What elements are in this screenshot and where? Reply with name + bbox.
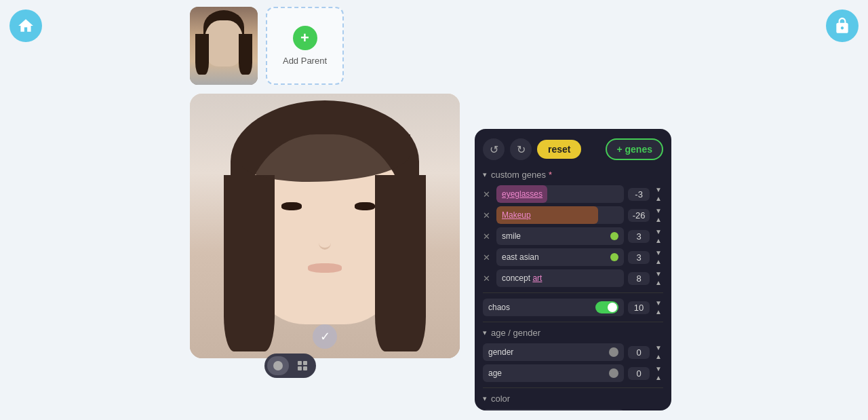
- color-header: ▾ color: [483, 394, 663, 404]
- east-asian-up-button[interactable]: ▲: [654, 258, 663, 266]
- chaos-bar[interactable]: chaos: [483, 299, 624, 316]
- concept-art-bar[interactable]: concept art: [496, 269, 624, 287]
- concept-art-arrows: ▼ ▲: [654, 270, 663, 287]
- gender-slider-dot: [609, 347, 618, 357]
- smile-label: smile: [502, 231, 521, 241]
- eyeglasses-up-button[interactable]: ▲: [654, 195, 663, 203]
- age-gender-label: age / gender: [491, 328, 540, 338]
- reset-button[interactable]: reset: [537, 140, 581, 159]
- checkmark-symbol: ✓: [320, 329, 330, 344]
- remove-makeup-button[interactable]: ✕: [483, 210, 492, 221]
- parent-area: + Add Parent: [190, 7, 344, 85]
- chaos-toggle[interactable]: [595, 301, 618, 313]
- concept-art-label: concept art: [502, 273, 542, 283]
- redo-button[interactable]: ↻: [510, 138, 532, 160]
- concept-art-up-button[interactable]: ▲: [654, 279, 663, 287]
- plus-symbol: +: [300, 29, 309, 47]
- age-label: age: [488, 368, 502, 378]
- gender-down-button[interactable]: ▼: [654, 344, 663, 352]
- age-gender-header: ▾ age / gender: [483, 328, 663, 338]
- single-view-button[interactable]: [267, 356, 289, 375]
- age-slider-dot: [609, 368, 618, 378]
- lock-icon: [833, 17, 851, 35]
- single-view-icon: [273, 361, 283, 370]
- chaos-up-button[interactable]: ▲: [654, 308, 663, 316]
- slider-row-age: age 0 ▼ ▲: [483, 364, 663, 382]
- panel-toolbar: ↺ ↻ reset + genes: [483, 138, 663, 160]
- age-down-button[interactable]: ▼: [654, 365, 663, 373]
- gene-row-eyeglasses: ✕ eyeglasses -3 ▼ ▲: [483, 185, 663, 203]
- makeup-arrows: ▼ ▲: [654, 207, 663, 224]
- concept-art-down-button[interactable]: ▼: [654, 270, 663, 278]
- remove-concept-art-button[interactable]: ✕: [483, 273, 492, 284]
- age-slider[interactable]: age: [483, 364, 624, 382]
- slider-row-gender: gender 0 ▼ ▲: [483, 343, 663, 361]
- gene-row-makeup: ✕ Makeup -26 ▼ ▲: [483, 206, 663, 224]
- divider-1: [483, 292, 663, 293]
- chaos-arrows: ▼ ▲: [654, 299, 663, 316]
- age-up-button[interactable]: ▲: [654, 374, 663, 382]
- smile-value: 3: [628, 230, 650, 243]
- east-asian-dot: [610, 253, 618, 261]
- age-arrows: ▼ ▲: [654, 365, 663, 382]
- eyeglasses-down-button[interactable]: ▼: [654, 186, 663, 194]
- age-value: 0: [628, 367, 650, 380]
- blue-down-button[interactable]: ▼: [654, 410, 663, 411]
- grid-view-icon: [298, 361, 307, 370]
- gender-up-button[interactable]: ▲: [654, 353, 663, 361]
- grid-view-button[interactable]: [292, 356, 313, 375]
- smile-up-button[interactable]: ▲: [654, 237, 663, 245]
- home-button[interactable]: [9, 9, 42, 42]
- makeup-up-button[interactable]: ▲: [654, 216, 663, 224]
- remove-east-asian-button[interactable]: ✕: [483, 252, 492, 263]
- east-asian-down-button[interactable]: ▼: [654, 249, 663, 257]
- chevron-age-gender-icon: ▾: [483, 328, 487, 337]
- gender-label: gender: [488, 347, 513, 357]
- east-asian-bar[interactable]: east asian: [496, 248, 624, 266]
- gender-value: 0: [628, 346, 650, 359]
- gene-row-concept-art: ✕ concept art 8 ▼ ▲: [483, 269, 663, 287]
- divider-3: [483, 387, 663, 388]
- checkmark-overlay: ✓: [313, 324, 337, 349]
- chaos-toggle-knob: [608, 303, 617, 312]
- gender-arrows: ▼ ▲: [654, 344, 663, 361]
- add-parent-label: Add Parent: [283, 56, 327, 66]
- divider-2: [483, 322, 663, 322]
- chaos-down-button[interactable]: ▼: [654, 299, 663, 307]
- parent-photo[interactable]: [190, 7, 258, 85]
- add-parent-button[interactable]: + Add Parent: [266, 7, 344, 85]
- makeup-bar[interactable]: Makeup: [496, 206, 624, 224]
- eyeglasses-arrows: ▼ ▲: [654, 186, 663, 203]
- chevron-color-icon: ▾: [483, 394, 487, 403]
- chaos-value: 10: [628, 301, 650, 314]
- chaos-label: chaos: [488, 303, 510, 312]
- smile-dot: [610, 232, 618, 240]
- home-icon: [17, 17, 35, 35]
- smile-arrows: ▼ ▲: [654, 228, 663, 245]
- control-panel: ↺ ↻ reset + genes ▾ custom genes * ✕ eye…: [475, 129, 671, 411]
- add-genes-button[interactable]: + genes: [606, 138, 663, 160]
- chevron-down-icon: ▾: [483, 170, 487, 179]
- makeup-down-button[interactable]: ▼: [654, 207, 663, 215]
- east-asian-arrows: ▼ ▲: [654, 249, 663, 266]
- lock-button[interactable]: [826, 9, 859, 42]
- add-parent-plus-icon: +: [293, 26, 317, 50]
- makeup-value: -26: [628, 209, 650, 222]
- smile-bar[interactable]: smile: [496, 227, 624, 245]
- remove-eyeglasses-button[interactable]: ✕: [483, 189, 492, 199]
- eyeglasses-bar[interactable]: eyeglasses: [496, 185, 624, 203]
- makeup-label: Makeup: [502, 210, 531, 220]
- slider-row-blue: blue 0 ▼ ▲: [483, 409, 663, 411]
- gene-row-smile: ✕ smile 3 ▼ ▲: [483, 227, 663, 245]
- gender-slider[interactable]: gender: [483, 343, 624, 361]
- blue-slider[interactable]: blue: [483, 409, 624, 411]
- undo-button[interactable]: ↺: [483, 138, 505, 160]
- remove-smile-button[interactable]: ✕: [483, 231, 492, 242]
- chaos-row: chaos 10 ▼ ▲: [483, 299, 663, 316]
- asterisk-icon: *: [549, 170, 552, 180]
- blue-arrows: ▼ ▲: [654, 410, 663, 411]
- eyeglasses-value: -3: [628, 188, 650, 201]
- smile-down-button[interactable]: ▼: [654, 228, 663, 236]
- eyeglasses-label: eyeglasses: [502, 189, 542, 199]
- portrait-image: [190, 94, 460, 358]
